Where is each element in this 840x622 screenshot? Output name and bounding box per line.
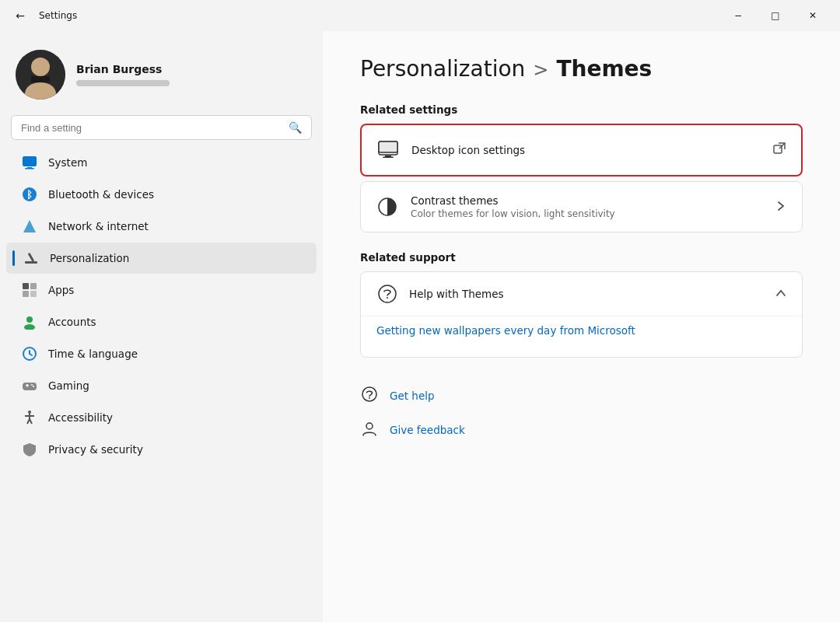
breadcrumb-current: Themes (556, 56, 652, 82)
contrast-themes-title: Contrast themes (411, 194, 763, 207)
svg-rect-4 (23, 156, 37, 166)
sidebar-item-accessibility[interactable]: Accessibility (6, 402, 317, 433)
user-status-bar (76, 80, 170, 86)
close-button[interactable]: ✕ (795, 4, 831, 27)
contrast-themes-icon (376, 196, 398, 218)
svg-rect-10 (25, 261, 37, 264)
svg-rect-11 (28, 253, 35, 262)
sidebar-item-accounts[interactable]: Accounts (6, 306, 317, 337)
search-input[interactable] (21, 122, 282, 134)
svg-rect-12 (23, 283, 29, 289)
svg-rect-3 (31, 76, 50, 82)
svg-point-38 (379, 285, 396, 302)
svg-rect-6 (25, 168, 34, 169)
app-title: Settings (39, 10, 77, 21)
get-help-icon (360, 386, 379, 406)
svg-point-17 (24, 324, 35, 330)
svg-point-41 (369, 397, 370, 399)
sidebar-item-personalization-label: Personalization (50, 252, 129, 264)
system-icon (22, 155, 37, 170)
svg-rect-21 (23, 383, 37, 390)
help-themes-body: Getting new wallpapers every day from Mi… (361, 316, 802, 357)
give-feedback-icon (360, 420, 379, 440)
user-section: Brian Burgess (0, 37, 323, 115)
desktop-icon-settings-content: Desktop icon settings (411, 144, 761, 156)
sidebar-item-apps[interactable]: Apps (6, 274, 317, 306)
svg-point-16 (26, 316, 33, 323)
sidebar-item-time[interactable]: Time & language (6, 338, 317, 369)
svg-point-1 (31, 58, 50, 76)
bottom-links: Get help Give feedback (360, 379, 803, 446)
sidebar-item-personalization[interactable]: Personalization (6, 243, 317, 274)
contrast-themes-card[interactable]: Contrast themes Color themes for low vis… (360, 181, 803, 232)
chevron-up-icon (775, 288, 786, 301)
sidebar-item-network[interactable]: Network & internet (6, 211, 317, 242)
desktop-icon-settings-card[interactable]: Desktop icon settings (360, 124, 803, 176)
help-themes-card: Help with Themes Getting new wallpapers … (360, 271, 803, 358)
sidebar-item-system-label: System (48, 156, 87, 169)
app-body: Brian Burgess 🔍 System (0, 31, 840, 622)
svg-rect-32 (379, 142, 397, 152)
time-icon (22, 346, 37, 362)
sidebar-item-bluetooth[interactable]: ᛒ Bluetooth & devices (6, 179, 317, 210)
search-icon: 🔍 (289, 121, 302, 134)
related-settings-label: Related settings (360, 103, 803, 116)
help-themes-title: Help with Themes (409, 288, 765, 300)
svg-rect-34 (383, 157, 394, 159)
svg-point-25 (33, 386, 34, 387)
privacy-icon (22, 442, 37, 457)
minimize-button[interactable]: − (720, 4, 756, 27)
nav-list: System ᛒ Bluetooth & devices Network & (0, 146, 323, 466)
svg-point-39 (387, 297, 388, 299)
sidebar-item-privacy[interactable]: Privacy & security (6, 434, 317, 465)
network-icon (22, 218, 37, 234)
svg-text:ᛒ: ᛒ (26, 189, 33, 201)
breadcrumb-separator: > (533, 59, 548, 81)
avatar (16, 50, 65, 100)
sidebar-item-system[interactable]: System (6, 147, 317, 178)
get-help-label: Get help (390, 390, 435, 402)
help-themes-header[interactable]: Help with Themes (361, 272, 802, 316)
related-settings-section: Related settings Desktop icon settings (360, 103, 803, 232)
sidebar-item-gaming[interactable]: Gaming (6, 370, 317, 401)
window-controls: − □ ✕ (720, 4, 831, 27)
search-box[interactable]: 🔍 (11, 115, 312, 140)
chevron-right-icon (775, 200, 786, 215)
related-support-section: Related support Help with Themes (360, 251, 803, 358)
user-info: Brian Burgess (76, 63, 170, 86)
desktop-icon-settings-icon (377, 139, 399, 161)
active-indicator (12, 250, 15, 266)
sidebar-item-network-label: Network & internet (48, 220, 149, 232)
desktop-icon-settings-row[interactable]: Desktop icon settings (362, 125, 801, 175)
page-header: Personalization > Themes (360, 56, 803, 82)
help-themes-icon (376, 283, 398, 305)
svg-point-42 (366, 423, 373, 429)
maximize-button[interactable]: □ (758, 4, 793, 27)
sidebar-item-privacy-label: Privacy & security (48, 443, 143, 456)
back-button[interactable]: ← (9, 5, 31, 26)
contrast-themes-subtitle: Color themes for low vision, light sensi… (411, 208, 763, 219)
get-help-link[interactable]: Get help (360, 379, 803, 412)
titlebar: ← Settings − □ ✕ (0, 0, 840, 31)
bluetooth-icon: ᛒ (22, 187, 37, 202)
svg-point-26 (28, 411, 31, 414)
accounts-icon (22, 314, 37, 330)
external-link-icon (773, 142, 786, 158)
sidebar-item-accessibility-label: Accessibility (48, 411, 113, 424)
give-feedback-link[interactable]: Give feedback (360, 414, 803, 446)
svg-line-20 (30, 354, 32, 355)
desktop-icon-settings-title: Desktop icon settings (411, 144, 761, 156)
sidebar-item-time-label: Time & language (48, 348, 138, 360)
sidebar-item-apps-label: Apps (48, 284, 74, 296)
contrast-themes-row[interactable]: Contrast themes Color themes for low vis… (361, 182, 802, 232)
avatar-image (16, 50, 65, 100)
svg-marker-9 (23, 220, 36, 232)
svg-rect-14 (23, 291, 29, 297)
contrast-themes-content: Contrast themes Color themes for low vis… (411, 194, 763, 219)
svg-line-30 (30, 419, 32, 424)
breadcrumb-parent: Personalization (360, 56, 525, 82)
wallpaper-link[interactable]: Getting new wallpapers every day from Mi… (376, 316, 786, 344)
give-feedback-label: Give feedback (390, 424, 465, 436)
svg-rect-13 (30, 283, 37, 289)
sidebar-item-accounts-label: Accounts (48, 316, 96, 328)
